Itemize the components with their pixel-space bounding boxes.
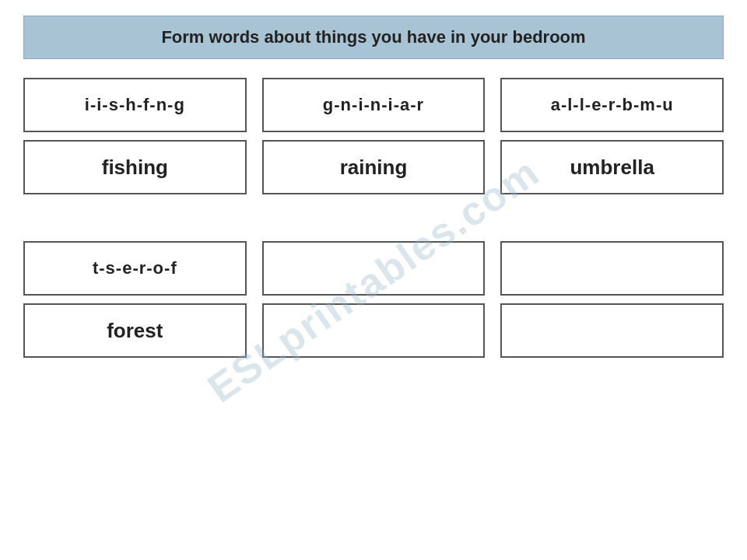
scrambled-row-2: t-s-e-r-o-f	[23, 241, 724, 296]
header-banner: Form words about things you have in your…	[23, 16, 724, 59]
main-grid: i-i-s-h-f-n-g g-n-i-n-i-a-r a-l-l-e-r-b-…	[23, 78, 724, 202]
scrambled-cell-4: t-s-e-r-o-f	[23, 241, 247, 296]
scrambled-cell-5	[262, 241, 486, 296]
bottom-grid: t-s-e-r-o-f forest	[23, 241, 724, 366]
answer-cell-3: umbrella	[500, 140, 724, 194]
header-title: Form words about things you have in your…	[161, 27, 585, 47]
answer-cell-6	[500, 303, 724, 358]
answer-cell-4: forest	[23, 303, 247, 358]
answer-cell-1: fishing	[23, 140, 247, 194]
answer-cell-5	[262, 303, 486, 358]
answer-row-2: forest	[23, 303, 724, 358]
scrambled-cell-2: g-n-i-n-i-a-r	[262, 78, 486, 132]
answer-row-1: fishing raining umbrella	[23, 140, 724, 194]
scrambled-cell-1: i-i-s-h-f-n-g	[23, 78, 247, 132]
answer-cell-2: raining	[262, 140, 486, 194]
scrambled-cell-6	[500, 241, 724, 296]
scrambled-cell-3: a-l-l-e-r-b-m-u	[500, 78, 724, 132]
scrambled-row-1: i-i-s-h-f-n-g g-n-i-n-i-a-r a-l-l-e-r-b-…	[23, 78, 724, 132]
